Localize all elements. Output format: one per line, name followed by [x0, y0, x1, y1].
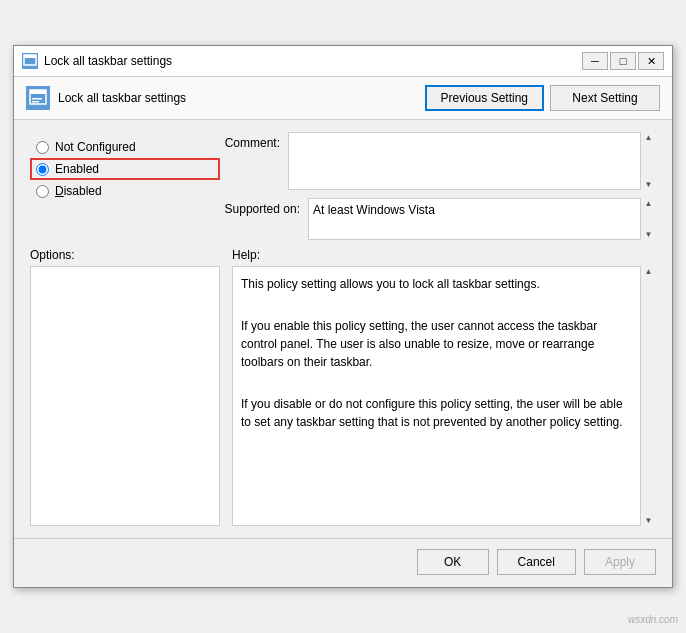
radio-not-configured-input[interactable]: [36, 141, 49, 154]
help-scroll-up-icon[interactable]: ▲: [645, 267, 653, 276]
radio-enabled-label[interactable]: Enabled: [55, 162, 99, 176]
header-bar: Lock all taskbar settings Previous Setti…: [14, 77, 672, 120]
comment-row: Comment: ▲ ▼: [220, 132, 656, 190]
top-section: Not Configured Enabled Disabled Comment:: [30, 132, 656, 240]
header-buttons: Previous Setting Next Setting: [425, 85, 660, 111]
comment-wrapper: ▲ ▼: [288, 132, 656, 190]
comment-vscrollbar[interactable]: ▲ ▼: [640, 132, 656, 190]
minimize-button[interactable]: ─: [582, 52, 608, 70]
comment-scroll-up-icon[interactable]: ▲: [645, 133, 653, 142]
header-title-area: Lock all taskbar settings: [26, 86, 186, 110]
previous-setting-button[interactable]: Previous Setting: [425, 85, 544, 111]
help-col: Help: This policy setting allows you to …: [232, 248, 656, 526]
radio-enabled[interactable]: Enabled: [30, 158, 220, 180]
comment-textarea[interactable]: [288, 132, 656, 190]
watermark: wsxdn.com: [628, 614, 678, 625]
help-title: Help:: [232, 248, 656, 262]
help-vscrollbar[interactable]: ▲ ▼: [640, 266, 656, 526]
header-title: Lock all taskbar settings: [58, 91, 186, 105]
help-scroll-down-icon[interactable]: ▼: [645, 516, 653, 525]
svg-rect-3: [30, 90, 46, 94]
apply-button[interactable]: Apply: [584, 549, 656, 575]
window-title: Lock all taskbar settings: [44, 54, 172, 68]
right-section: Comment: ▲ ▼ Supported on:: [220, 132, 656, 240]
radio-not-configured-label[interactable]: Not Configured: [55, 140, 136, 154]
header-icon: [26, 86, 50, 110]
maximize-button[interactable]: □: [610, 52, 636, 70]
supported-on-label: Supported on:: [220, 198, 300, 216]
comment-label: Comment:: [220, 132, 280, 150]
help-text: This policy setting allows you to lock a…: [232, 266, 656, 526]
title-bar-left: Lock all taskbar settings: [22, 53, 172, 69]
title-bar-controls: ─ □ ✕: [582, 52, 664, 70]
radio-disabled[interactable]: Disabled: [30, 180, 220, 202]
options-help-row: Options: Help: This policy setting allow…: [30, 248, 656, 526]
title-bar: Lock all taskbar settings ─ □ ✕: [14, 46, 672, 77]
supported-scroll-up-icon[interactable]: ▲: [645, 199, 653, 208]
window-icon: [22, 53, 38, 69]
svg-rect-5: [32, 101, 39, 103]
radio-disabled-input[interactable]: [36, 185, 49, 198]
next-setting-button[interactable]: Next Setting: [550, 85, 660, 111]
options-col: Options:: [30, 248, 220, 526]
radio-not-configured[interactable]: Not Configured: [30, 136, 220, 158]
comment-scroll-down-icon[interactable]: ▼: [645, 180, 653, 189]
supported-wrapper: ▲ ▼: [308, 198, 656, 240]
options-title: Options:: [30, 248, 220, 262]
radio-section: Not Configured Enabled Disabled: [30, 132, 220, 240]
supported-scroll-down-icon[interactable]: ▼: [645, 230, 653, 239]
svg-rect-4: [32, 98, 42, 100]
cancel-button[interactable]: Cancel: [497, 549, 576, 575]
options-box: [30, 266, 220, 526]
main-window: Lock all taskbar settings ─ □ ✕ Lock all…: [13, 45, 673, 588]
footer: OK Cancel Apply: [14, 538, 672, 587]
svg-rect-1: [24, 55, 36, 58]
content-area: Not Configured Enabled Disabled Comment:: [14, 120, 672, 538]
ok-button[interactable]: OK: [417, 549, 489, 575]
supported-row: Supported on: ▲ ▼: [220, 198, 656, 240]
supported-on-value: [308, 198, 656, 240]
radio-enabled-input[interactable]: [36, 163, 49, 176]
radio-disabled-label[interactable]: Disabled: [55, 184, 102, 198]
close-button[interactable]: ✕: [638, 52, 664, 70]
supported-vscrollbar[interactable]: ▲ ▼: [640, 198, 656, 240]
help-wrapper: This policy setting allows you to lock a…: [232, 266, 656, 526]
